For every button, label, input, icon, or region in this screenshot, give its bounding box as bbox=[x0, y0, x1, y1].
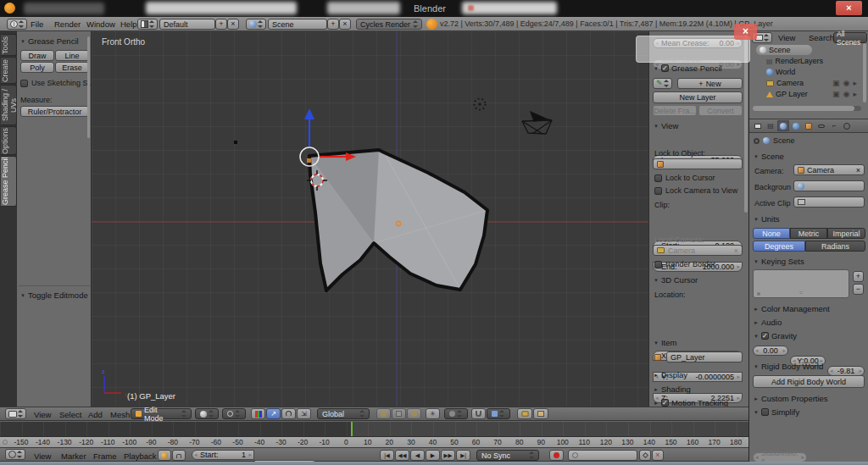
use-sketching-checkbox-row[interactable]: Use Sketching S... bbox=[20, 79, 94, 87]
scrollbar-thumb[interactable] bbox=[753, 106, 854, 111]
add-menu[interactable]: Add bbox=[85, 408, 106, 421]
outliner-vscrollbar[interactable] bbox=[863, 43, 866, 102]
checkbox-checked[interactable]: ✓ bbox=[661, 64, 669, 72]
sync-mode-dropdown[interactable]: No Sync bbox=[476, 450, 539, 461]
scene-panel-header[interactable]: ▼ Scene bbox=[754, 152, 784, 161]
tab-constraints[interactable] bbox=[815, 120, 827, 131]
timeline-playback-menu[interactable]: Playback bbox=[120, 450, 160, 462]
active-clip-field[interactable] bbox=[793, 197, 865, 208]
selectable-icon[interactable]: ▸ bbox=[853, 79, 857, 87]
gravity-x-field[interactable]: 0.00 bbox=[753, 346, 788, 356]
menu-render[interactable]: Render bbox=[51, 18, 84, 30]
erase-button[interactable]: Erase bbox=[55, 62, 89, 73]
add-rigid-body-world-button[interactable]: Add Rigid Body World bbox=[753, 375, 865, 388]
outliner-row-camera[interactable]: Camera bbox=[766, 78, 804, 88]
editor-type-dropdown[interactable] bbox=[5, 408, 26, 419]
outliner-row-gp-layer[interactable]: GP Layer bbox=[766, 89, 808, 99]
timeline-track[interactable] bbox=[0, 422, 748, 436]
mesh-menu[interactable]: Mesh bbox=[107, 408, 133, 421]
color-management-panel-header[interactable]: ► Color Management bbox=[754, 304, 830, 313]
gravity-panel-header[interactable]: ▼ ✓ Gravity bbox=[754, 331, 797, 340]
render-border-row[interactable]: Render Border bbox=[654, 260, 715, 268]
tab-grease-pencil[interactable]: Grease Pencil bbox=[1, 156, 17, 207]
keying-sets-list[interactable]: = bbox=[753, 269, 849, 298]
use-preview-range-button[interactable] bbox=[158, 450, 171, 461]
lock-camera-row[interactable]: Lock Camera to View bbox=[654, 186, 737, 195]
camera-restriction-icons[interactable]: ▣ ◉ ▸ bbox=[832, 78, 857, 88]
clear-icon[interactable]: × bbox=[734, 246, 738, 255]
tab-create[interactable]: Create bbox=[1, 57, 17, 84]
insert-keyframe-button[interactable] bbox=[639, 450, 651, 461]
eye-icon[interactable]: ◉ bbox=[843, 79, 850, 87]
layer-button[interactable] bbox=[407, 408, 421, 419]
mode-dropdown[interactable]: Edit Mode bbox=[131, 408, 192, 419]
list-resize-grip[interactable]: = bbox=[799, 289, 804, 296]
tab-world[interactable] bbox=[790, 120, 802, 131]
item-panel-header[interactable]: ▼ Item bbox=[654, 338, 676, 347]
screen-layout-name-field[interactable]: Default bbox=[159, 19, 215, 30]
rotation-radians-button[interactable]: Radians bbox=[805, 241, 865, 252]
background-set-field[interactable] bbox=[793, 180, 865, 191]
tab-options[interactable]: Options bbox=[1, 126, 17, 155]
convert-button[interactable]: Convert bbox=[698, 105, 743, 116]
render-visibility-icon[interactable]: ▣ bbox=[832, 79, 840, 87]
scene-name-field[interactable]: Scene bbox=[268, 19, 327, 30]
tab-render-layers[interactable]: ▤ bbox=[765, 120, 776, 131]
selectable-icon[interactable]: ▸ bbox=[853, 90, 857, 98]
timeline-view-menu[interactable]: View bbox=[31, 450, 54, 462]
jump-to-start-button[interactable]: |◀ bbox=[380, 450, 394, 461]
delete-scene-button[interactable]: × bbox=[339, 19, 351, 30]
tool-shelf-scrollbar[interactable] bbox=[87, 36, 90, 138]
grease-pencil-panel-header[interactable]: ▼ Grease Pencil bbox=[20, 36, 79, 46]
delete-frame-button[interactable]: Delete Fra... bbox=[653, 105, 697, 116]
current-frame-indicator[interactable] bbox=[351, 422, 353, 436]
tab-scene[interactable] bbox=[777, 120, 789, 131]
checkbox-unchecked[interactable] bbox=[654, 174, 662, 182]
layer-button[interactable] bbox=[392, 408, 406, 419]
ruler-protractor-button[interactable]: Ruler/Protractor bbox=[20, 106, 89, 117]
manipulator-toggle-button[interactable] bbox=[251, 408, 265, 419]
draw-button[interactable]: Draw bbox=[20, 50, 54, 61]
outliner-filter-dropdown[interactable]: All Scenes bbox=[833, 32, 867, 43]
screen-layout-dropdown[interactable] bbox=[137, 19, 158, 30]
tab-shading-uvs[interactable]: Shading / UVs bbox=[1, 85, 17, 125]
editor-type-dropdown[interactable]: i bbox=[7, 19, 27, 30]
auto-keyframe-button[interactable] bbox=[549, 450, 564, 461]
keying-sets-panel-header[interactable]: ▼ Keying Sets bbox=[754, 257, 804, 266]
lock-time-button[interactable] bbox=[172, 450, 186, 461]
translate-manipulator-button[interactable]: ↗ bbox=[266, 408, 281, 419]
clear-icon[interactable]: × bbox=[856, 166, 860, 174]
render-opengl-button[interactable] bbox=[517, 408, 532, 419]
jump-to-end-button[interactable]: ▶| bbox=[456, 450, 470, 461]
viewport-3d[interactable]: Front Ortho bbox=[92, 31, 648, 407]
timeline-ruler[interactable]: -150-140-130-120-110-100-90-80-70-60-50-… bbox=[0, 436, 748, 447]
menu-window[interactable]: Window bbox=[83, 18, 119, 30]
audio-panel-header[interactable]: ► Audio bbox=[754, 318, 782, 327]
timeline-frame-menu[interactable]: Frame bbox=[90, 450, 120, 462]
checkbox-unchecked[interactable] bbox=[654, 187, 662, 195]
units-panel-header[interactable]: ▼ Units bbox=[754, 214, 780, 224]
outliner-hscrollbar[interactable] bbox=[753, 106, 861, 111]
snap-element-dropdown[interactable] bbox=[487, 408, 510, 419]
redo-panel-header[interactable]: ▼ Toggle Editmode bbox=[20, 291, 88, 300]
item-name-field[interactable]: GP_Layer bbox=[666, 352, 743, 363]
render-visibility-icon[interactable]: ▣ bbox=[832, 90, 840, 98]
units-none-button[interactable]: None bbox=[753, 228, 790, 239]
units-metric-button[interactable]: Metric bbox=[790, 228, 827, 239]
rigid-body-panel-header[interactable]: ▼ Rigid Body World bbox=[754, 362, 823, 371]
lock-object-field[interactable] bbox=[653, 158, 743, 169]
motion-tracking-panel-header[interactable]: ► ✓ Motion Tracking bbox=[654, 398, 728, 407]
viewport-canvas[interactable]: z x bbox=[92, 31, 648, 407]
rotation-degrees-button[interactable]: Degrees bbox=[753, 241, 805, 252]
view-menu[interactable]: View bbox=[31, 408, 54, 421]
checkbox-checked[interactable]: ✓ bbox=[761, 332, 769, 340]
gp-restriction-icons[interactable]: ▣ ◉ ▸ bbox=[832, 89, 857, 99]
editor-type-dropdown[interactable] bbox=[5, 449, 25, 460]
keying-set-field[interactable] bbox=[568, 450, 637, 461]
snap-toggle-button[interactable] bbox=[471, 408, 486, 419]
units-imperial-button[interactable]: Imperial bbox=[827, 228, 865, 239]
scale-manipulator-button[interactable]: ⇲ bbox=[297, 408, 311, 419]
eye-icon[interactable]: ◉ bbox=[843, 90, 850, 98]
previous-keyframe-button[interactable]: ◀◀ bbox=[395, 450, 409, 461]
menu-file[interactable]: File bbox=[27, 18, 47, 30]
